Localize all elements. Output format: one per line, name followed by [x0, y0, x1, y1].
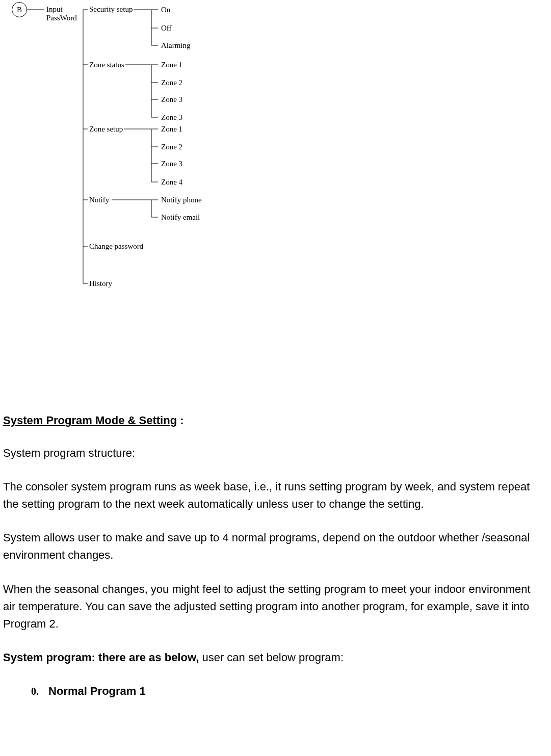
program-list-item: 0. Normal Program 1 — [31, 683, 543, 700]
document-content: System Program Mode & Setting : System p… — [3, 412, 543, 700]
paragraph-4programs: System allows user to make and save up t… — [3, 529, 543, 564]
tree-leaf-zone-b1: Zone 1 — [161, 125, 182, 134]
tree-branch-notify: Notify — [89, 196, 109, 204]
tree-leaf-zone-b4: Zone 4 — [161, 178, 182, 187]
paragraph-weekbase: The consoler system program runs as week… — [3, 478, 543, 513]
paragraph-setbelow: System program: there are as below, user… — [3, 649, 543, 666]
tree-leaf-zone-b2: Zone 2 — [161, 143, 182, 151]
tree-branch-zone-status: Zone status — [89, 61, 124, 69]
tree-leaf-zone-a4: Zone 3 — [161, 113, 182, 122]
tree-leaf-zone-a1: Zone 1 — [161, 61, 182, 69]
tree-leaf-notify-email: Notify email — [161, 213, 200, 222]
tree-leaf-zone-a2: Zone 2 — [161, 79, 182, 87]
paragraph-structure: System program structure: — [3, 445, 543, 462]
paragraph-setbelow-bold: System program: there are as below, — [3, 651, 199, 664]
heading-suffix: : — [177, 414, 183, 427]
tree-branch-security-setup: Security setup — [89, 5, 133, 14]
tree-branch-zone-setup: Zone setup — [89, 125, 123, 134]
paragraph-seasonal: When the seasonal changes, you might fee… — [3, 581, 543, 633]
tree-leaf-zone-b3: Zone 3 — [161, 160, 182, 168]
section-heading: System Program Mode & Setting : — [3, 412, 543, 429]
tree-lines — [0, 0, 551, 306]
tree-root-label-1: Input — [46, 5, 63, 14]
tree-leaf-on: On — [161, 6, 170, 14]
tree-root-label-2: PassWord — [46, 14, 77, 22]
menu-tree-diagram: B — [0, 0, 551, 306]
tree-leaf-alarming: Alarming — [161, 41, 191, 50]
badge-b: B — [12, 2, 27, 17]
tree-leaf-zone-a3: Zone 3 — [161, 95, 182, 104]
tree-leaf-off: Off — [161, 24, 172, 33]
tree-branch-history: History — [89, 279, 112, 288]
tree-branch-change-password: Change password — [89, 242, 143, 251]
paragraph-setbelow-rest: user can set below program: — [199, 651, 344, 664]
list-number: 0. — [31, 684, 40, 699]
heading-underlined-text: System Program Mode & Setting — [3, 414, 177, 427]
tree-leaf-notify-phone: Notify phone — [161, 196, 202, 204]
list-text: Normal Program 1 — [48, 683, 146, 700]
